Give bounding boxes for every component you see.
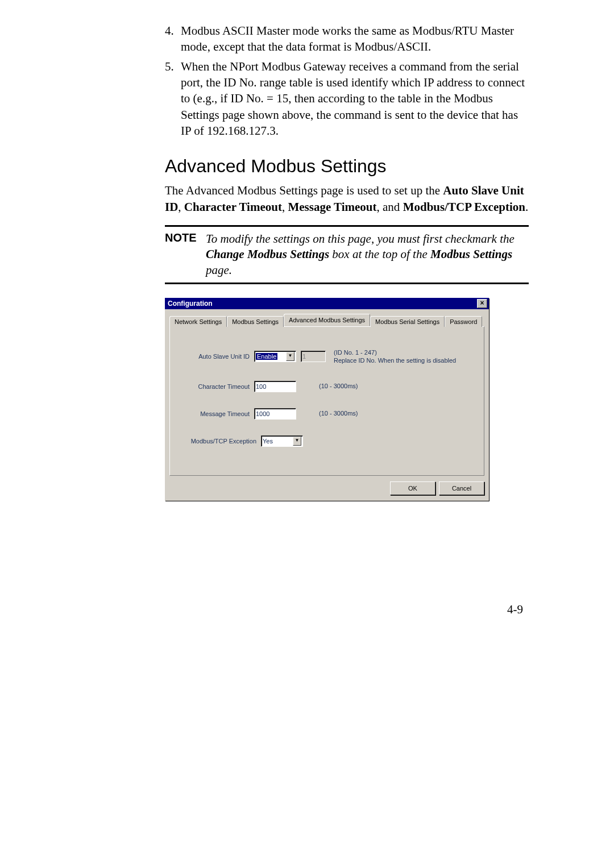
hint-line: (ID No. 1 - 247) [334, 348, 456, 356]
section-heading: Advanced Modbus Settings [165, 156, 529, 177]
close-button[interactable]: × [477, 299, 487, 308]
note-span: box at the top of the [329, 247, 430, 261]
tab-advanced-modbus-settings[interactable]: Advanced Modbus Settings [284, 314, 370, 326]
character-timeout-input[interactable]: 100 [254, 381, 296, 392]
intro-bold: Character Timeout [184, 200, 282, 214]
tab-strip: Network Settings Modbus Settings Advance… [169, 314, 484, 326]
message-timeout-hint: (10 - 3000ms) [319, 409, 358, 417]
chevron-down-icon: ▼ [293, 437, 301, 446]
list-number: 5. [165, 59, 181, 139]
label-message-timeout: Message Timeout [187, 410, 254, 417]
row-auto-slave-unit-id: Auto Slave Unit ID Enable ▼ 1 (ID No. 1 … [187, 348, 472, 365]
tab-modbus-serial-settings[interactable]: Modbus Serial Settings [370, 316, 445, 327]
row-modbus-tcp-exception: Modbus/TCP Exception Yes ▼ [187, 435, 472, 447]
label-character-timeout: Character Timeout [187, 383, 254, 390]
list-item: 4. Modbus ASCII Master mode works the sa… [165, 23, 529, 55]
intro-text: . [525, 200, 528, 214]
select-value: Yes [263, 438, 273, 445]
intro-text: , [282, 200, 288, 214]
select-value: Enable [256, 353, 277, 360]
intro-text: , and [377, 200, 403, 214]
input-value: 1000 [256, 410, 269, 417]
configuration-dialog: Configuration × Network Settings Modbus … [165, 298, 489, 501]
dialog-button-row: OK Cancel [169, 476, 484, 495]
intro-text: , [178, 200, 184, 214]
dialog-titlebar: Configuration × [165, 298, 489, 309]
note-box: NOTE To modify the settings on this page… [165, 225, 529, 284]
intro-bold: Message Timeout [288, 200, 376, 214]
chevron-down-icon: ▼ [286, 352, 294, 361]
note-span: page. [206, 263, 232, 277]
list-text: Modbus ASCII Master mode works the same … [181, 23, 529, 55]
note-bold-italic: Modbus Settings [430, 247, 512, 261]
intro-text: The Advanced Modbus Settings page is use… [165, 184, 443, 197]
page-number: 4-9 [507, 603, 523, 617]
cancel-button[interactable]: Cancel [439, 481, 484, 495]
tab-password[interactable]: Password [445, 316, 482, 327]
note-text: To modify the settings on this page, you… [206, 231, 529, 278]
dialog-title: Configuration [168, 300, 213, 308]
tab-panel: Auto Slave Unit ID Enable ▼ 1 (ID No. 1 … [169, 326, 484, 476]
row-message-timeout: Message Timeout 1000 (10 - 3000ms) [187, 408, 472, 420]
hint-line: Replace ID No. When the setting is disab… [334, 356, 456, 364]
label-modbus-tcp-exception: Modbus/TCP Exception [187, 438, 261, 445]
list-item: 5. When the NPort Modbus Gateway receive… [165, 59, 529, 139]
ok-button[interactable]: OK [390, 481, 435, 495]
auto-slave-hint: (ID No. 1 - 247) Replace ID No. When the… [334, 348, 456, 365]
list-text: When the NPort Modbus Gateway receives a… [181, 59, 529, 139]
list-number: 4. [165, 23, 181, 55]
intro-bold: Modbus/TCP Exception [403, 200, 525, 214]
intro-paragraph: The Advanced Modbus Settings page is use… [165, 182, 529, 215]
numbered-list: 4. Modbus ASCII Master mode works the sa… [165, 23, 529, 139]
message-timeout-input[interactable]: 1000 [254, 408, 296, 420]
note-bold-italic: Change Modbus Settings [206, 247, 329, 261]
tab-network-settings[interactable]: Network Settings [169, 316, 227, 327]
modbus-tcp-exception-select[interactable]: Yes ▼ [261, 435, 303, 447]
auto-slave-unit-id-select[interactable]: Enable ▼ [254, 351, 296, 362]
note-span: To modify the settings on this page, you… [206, 232, 515, 246]
auto-slave-id-input: 1 [301, 351, 326, 362]
label-auto-slave-unit-id: Auto Slave Unit ID [187, 353, 254, 360]
character-timeout-hint: (10 - 3000ms) [319, 382, 358, 390]
tab-modbus-settings[interactable]: Modbus Settings [227, 316, 284, 327]
input-value: 1 [302, 353, 306, 360]
note-label: NOTE [165, 231, 206, 244]
close-icon: × [480, 299, 484, 307]
row-character-timeout: Character Timeout 100 (10 - 3000ms) [187, 381, 472, 392]
input-value: 100 [256, 383, 266, 390]
